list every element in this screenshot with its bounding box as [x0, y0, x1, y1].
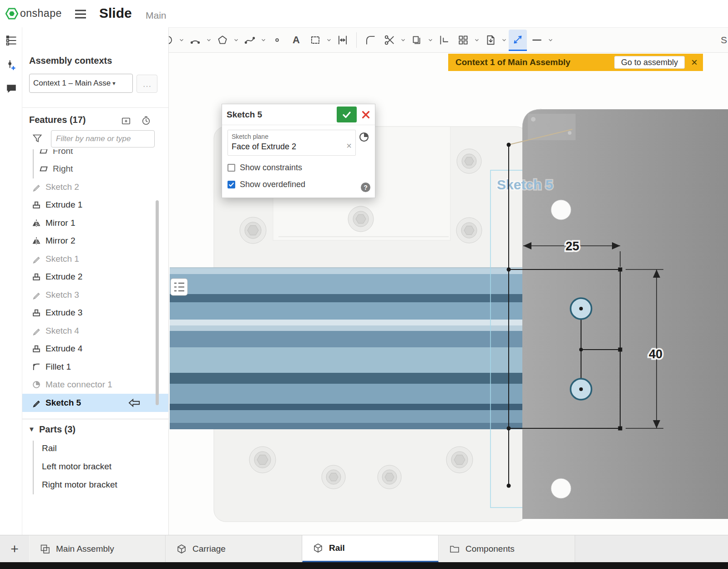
feature-row[interactable]: Sketch 3 — [22, 286, 168, 304]
show-overdefined-checkbox[interactable]: Show overdefined — [228, 180, 369, 189]
hamburger-menu-icon[interactable] — [74, 9, 87, 19]
transform-copy-icon[interactable] — [408, 30, 426, 50]
sketch-plane-field[interactable]: Sketch plane Face of Extrude 2 × — [228, 130, 356, 156]
part-row[interactable]: Rail — [42, 439, 57, 457]
feature-label: Sketch 5 — [46, 398, 81, 408]
export-dxf-icon[interactable] — [481, 30, 500, 50]
help-icon[interactable]: ? — [361, 183, 370, 192]
fillet-tool-icon[interactable] — [361, 30, 379, 50]
feature-label: Sketch 1 — [46, 254, 79, 264]
part-label: Rail — [42, 443, 57, 453]
line-style-icon[interactable] — [528, 30, 546, 50]
feature-panel: Assembly contexts Context 1 – Main Asse … — [22, 27, 169, 535]
feature-filter-input[interactable] — [51, 130, 155, 147]
text-tool-icon[interactable]: A — [287, 30, 305, 50]
show-constraints-checkbox[interactable]: Show constraints — [228, 163, 369, 173]
tab-carriage[interactable]: Carriage — [166, 535, 302, 563]
feature-row[interactable]: Mirror 2 — [22, 232, 168, 250]
comment-icon[interactable] — [4, 81, 19, 97]
chevron-down-icon[interactable] — [473, 30, 480, 50]
dimension-tool-icon[interactable] — [334, 30, 352, 50]
parts-collapse-chevron[interactable]: ▼ — [28, 425, 35, 433]
polygon-tool-icon[interactable] — [213, 30, 232, 50]
context-selector[interactable]: Context 1 – Main Asse ▼ — [29, 74, 133, 93]
extrude-icon — [32, 308, 41, 317]
construction-toggle-icon[interactable] — [306, 30, 324, 50]
feature-row[interactable]: Sketch 4 — [22, 322, 168, 340]
canvas-context-menu-button[interactable] — [171, 279, 187, 295]
part-row[interactable]: Left motor bracket — [42, 457, 111, 476]
canvas-sketch-label: Sketch 5 — [497, 177, 553, 192]
chevron-down-icon[interactable] — [205, 30, 212, 50]
chevron-down-icon[interactable] — [427, 30, 434, 50]
checkbox-checked[interactable] — [228, 181, 235, 188]
dim-label-25[interactable]: 25 — [566, 239, 579, 253]
context-banner-message: Context 1 of Main Assembly — [455, 57, 571, 67]
feature-row-selected[interactable]: Sketch 5 — [22, 394, 168, 412]
feature-row[interactable]: Sketch 2 — [22, 178, 168, 196]
mate-connector-add-icon[interactable] — [4, 57, 19, 73]
bottom-strip — [0, 562, 728, 569]
fillet-icon — [32, 362, 41, 371]
caret-down-icon: ▼ — [111, 81, 116, 86]
feature-row[interactable]: Extrude 1 — [22, 196, 168, 214]
bracket-hole — [551, 478, 571, 498]
new-tab-button[interactable]: + — [0, 535, 29, 563]
banner-close-icon[interactable]: × — [691, 57, 698, 68]
dim-label-40[interactable]: 40 — [649, 347, 662, 361]
spline-tool-icon[interactable] — [241, 30, 259, 50]
part-row[interactable]: Right motor bracket — [42, 476, 117, 494]
cancel-x-button[interactable] — [357, 107, 375, 122]
chevron-down-icon[interactable] — [260, 30, 267, 50]
right-motor-bracket — [522, 109, 728, 519]
feature-list-scrollbar[interactable] — [156, 200, 159, 405]
filter-icon[interactable] — [32, 133, 43, 144]
rollback-history-icon[interactable] — [140, 115, 152, 127]
measure-tool-icon[interactable] — [509, 30, 527, 51]
tab-main-assembly[interactable]: Main Assembly — [29, 535, 166, 563]
feature-row[interactable]: Extrude 3 — [22, 304, 168, 322]
feature-label: Mirror 1 — [46, 218, 75, 228]
trim-scissors-icon[interactable] — [380, 30, 399, 50]
rollback-arrow-icon[interactable] — [127, 397, 141, 409]
rollback-bar[interactable] — [22, 419, 168, 419]
add-folder-icon[interactable] — [120, 115, 132, 127]
tab-components[interactable]: Components — [439, 535, 575, 563]
feature-row[interactable]: Fillet 1 — [22, 358, 168, 376]
point-tool-icon[interactable] — [268, 30, 286, 50]
feature-row[interactable]: Sketch 1 — [22, 250, 168, 268]
chevron-down-icon[interactable] — [500, 30, 508, 50]
feature-row[interactable]: Right — [22, 160, 168, 178]
pattern-tool-icon[interactable] — [454, 30, 472, 50]
context-more-button[interactable]: … — [136, 75, 157, 93]
workspace-name[interactable]: Main — [146, 10, 167, 21]
arc-tool-icon[interactable] — [186, 30, 204, 50]
feature-row[interactable]: Mirror 1 — [22, 214, 168, 232]
plane-icon — [39, 149, 48, 156]
confirm-check-button[interactable] — [337, 107, 357, 122]
tab-rail-active[interactable]: Rail — [302, 535, 439, 563]
clear-selection-icon[interactable]: × — [346, 141, 352, 151]
sketch-icon — [32, 183, 41, 192]
feature-row[interactable]: Extrude 2 — [22, 268, 168, 286]
document-title[interactable]: Slide — [99, 5, 132, 21]
chevron-down-icon[interactable] — [399, 30, 407, 50]
chevron-down-icon[interactable] — [325, 30, 333, 50]
part-label: Left motor bracket — [42, 462, 111, 472]
feature-row[interactable]: Mate connector 1 — [22, 376, 168, 394]
go-to-assembly-button[interactable]: Go to assembly — [614, 56, 685, 69]
feature-row[interactable]: Extrude 4 — [22, 340, 168, 358]
chevron-down-icon[interactable] — [547, 30, 554, 50]
measure-length-icon[interactable] — [435, 30, 453, 50]
chevron-down-icon[interactable] — [178, 30, 185, 50]
feature-row[interactable]: Front — [22, 149, 168, 160]
sketch-plane-value: Face of Extrude 2 — [232, 142, 296, 152]
feature-tree-icon[interactable] — [4, 33, 19, 48]
checkbox-unchecked[interactable] — [228, 164, 235, 172]
feature-label: Sketch 3 — [46, 290, 79, 300]
feature-label: Extrude 4 — [46, 344, 82, 354]
parts-section-title[interactable]: Parts (3) — [39, 424, 76, 435]
chevron-down-icon[interactable] — [233, 30, 240, 50]
onshape-logo — [5, 7, 18, 20]
mate-connector-toggle-icon[interactable] — [359, 132, 369, 142]
